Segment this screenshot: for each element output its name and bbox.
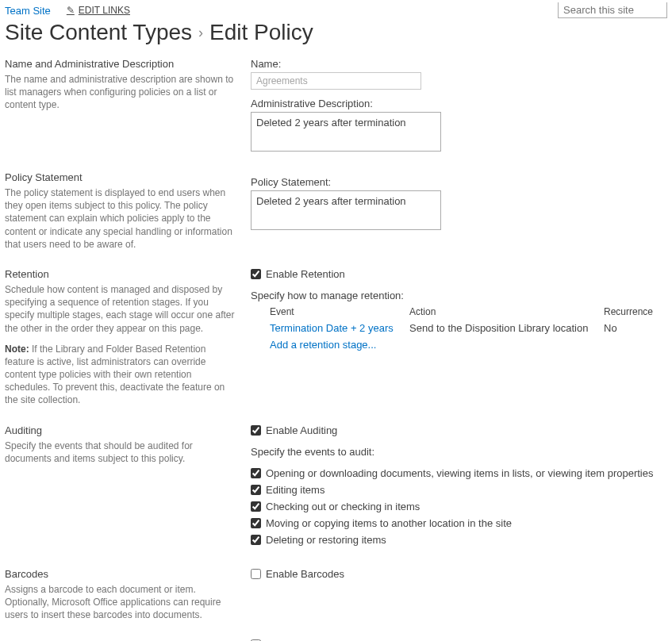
enable-auditing-checkbox[interactable] [251, 425, 261, 436]
edit-links-label: EDIT LINKS [79, 5, 130, 16]
add-retention-stage-link[interactable]: Add a retention stage... [270, 339, 376, 351]
audit-event-edit-label[interactable]: Editing items [266, 484, 324, 496]
audit-event-move-checkbox[interactable] [251, 518, 261, 528]
audit-event-move-label[interactable]: Moving or copying items to another locat… [266, 517, 512, 529]
policy-statement-heading: Policy Statement [5, 171, 235, 183]
auditing-heading: Auditing [5, 424, 235, 436]
retention-stage-recurrence: No [604, 322, 667, 334]
enable-barcodes-checkbox[interactable] [251, 569, 261, 579]
auditing-specify-label: Specify the events to audit: [251, 446, 667, 458]
team-site-link[interactable]: Team Site [5, 5, 51, 17]
breadcrumb-separator-icon: › [198, 25, 203, 41]
enable-auditing-label[interactable]: Enable Auditing [266, 424, 337, 436]
retention-note-text: If the Library and Folder Based Retentio… [5, 344, 225, 406]
enable-retention-checkbox[interactable] [251, 269, 261, 279]
breadcrumb-current: Edit Policy [209, 20, 313, 45]
policy-statement-desc: The policy statement is displayed to end… [5, 186, 235, 251]
search-input[interactable] [558, 2, 667, 18]
audit-event-delete-checkbox[interactable] [251, 535, 261, 545]
retention-specify-label: Specify how to manage retention: [251, 290, 667, 301]
breadcrumb-parent: Site Content Types [5, 20, 192, 45]
retention-col-recurrence: Recurrence [604, 306, 667, 317]
retention-note-label: Note: [5, 344, 29, 355]
name-admin-heading: Name and Administrative Description [5, 58, 235, 70]
policy-statement-label: Policy Statement: [251, 176, 667, 188]
enable-retention-label[interactable]: Enable Retention [266, 268, 345, 280]
audit-event-open-label[interactable]: Opening or downloading documents, viewin… [266, 467, 653, 479]
audit-event-delete-label[interactable]: Deleting or restoring items [266, 534, 386, 546]
auditing-desc: Specify the events that should be audite… [5, 439, 235, 465]
audit-event-edit-checkbox[interactable] [251, 485, 261, 495]
name-admin-desc: The name and administrative description … [5, 73, 235, 112]
retention-col-event: Event [251, 306, 409, 317]
retention-stage-action: Send to the Disposition Library location [409, 322, 604, 334]
audit-event-checkin-checkbox[interactable] [251, 501, 261, 512]
retention-heading: Retention [5, 268, 235, 280]
admin-desc-label: Administrative Description: [251, 98, 667, 109]
barcodes-desc: Assigns a barcode to each document or it… [5, 583, 235, 622]
retention-col-action: Action [409, 306, 604, 317]
retention-note: Note: If the Library and Folder Based Re… [5, 343, 235, 407]
pencil-icon: ✎ [67, 5, 75, 16]
name-field [251, 72, 421, 90]
name-field-label: Name: [251, 58, 667, 70]
barcodes-heading: Barcodes [5, 568, 235, 580]
edit-links-button[interactable]: ✎ EDIT LINKS [67, 5, 130, 16]
retention-stage-link[interactable]: Termination Date + 2 years [270, 322, 394, 334]
enable-barcodes-label[interactable]: Enable Barcodes [266, 568, 344, 580]
page-title: Site Content Types › Edit Policy [0, 18, 672, 52]
audit-event-open-checkbox[interactable] [251, 468, 261, 478]
audit-event-checkin-label[interactable]: Checking out or checking in items [266, 501, 420, 512]
admin-desc-textarea[interactable] [251, 112, 441, 152]
retention-desc: Schedule how content is managed and disp… [5, 283, 235, 335]
policy-statement-textarea[interactable] [251, 190, 441, 230]
